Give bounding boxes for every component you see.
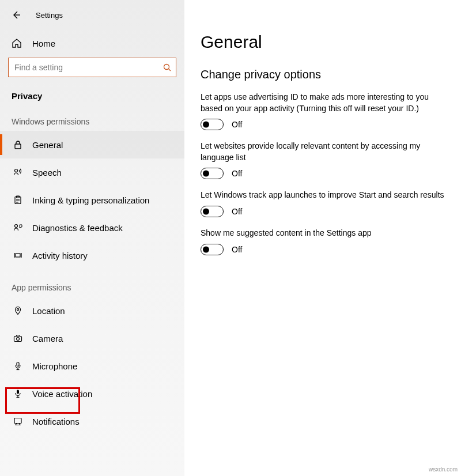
home-button[interactable]: Home bbox=[0, 32, 184, 54]
svg-rect-3 bbox=[15, 144, 21, 149]
section-title: Privacy bbox=[0, 85, 184, 103]
toggle-state-label: Off bbox=[232, 120, 242, 129]
sidebar-item-voice-activation[interactable]: Voice activation bbox=[0, 380, 184, 407]
search-icon bbox=[163, 63, 171, 71]
sidebar-item-label: Camera bbox=[32, 334, 63, 343]
sidebar-item-label: Voice activation bbox=[32, 389, 92, 399]
svg-point-10 bbox=[15, 225, 18, 228]
sidebar-item-microphone[interactable]: Microphone bbox=[0, 352, 184, 380]
arrow-left-icon bbox=[12, 10, 21, 20]
group-windows-permissions: Windows permissions bbox=[0, 103, 184, 131]
sidebar-item-label: Activity history bbox=[32, 251, 88, 260]
sidebar-item-label: Speech bbox=[32, 168, 62, 177]
page-heading: General bbox=[201, 32, 445, 52]
svg-line-2 bbox=[169, 69, 171, 71]
page-subheading: Change privacy options bbox=[201, 68, 445, 81]
back-button[interactable] bbox=[9, 8, 23, 22]
sidebar-item-label: General bbox=[32, 140, 63, 150]
voice-activation-icon bbox=[12, 389, 24, 398]
toggle-language-list[interactable] bbox=[201, 168, 224, 179]
svg-rect-13 bbox=[16, 254, 20, 257]
location-icon bbox=[12, 306, 24, 315]
svg-rect-23 bbox=[14, 418, 21, 424]
sidebar-item-camera[interactable]: Camera bbox=[0, 324, 184, 352]
toggle-suggested-content[interactable] bbox=[201, 244, 224, 255]
sidebar: Settings Home Privacy Windows permission… bbox=[0, 0, 184, 476]
setting-suggested-content: Show me suggested content in the Setting… bbox=[201, 228, 445, 255]
sidebar-item-notifications[interactable]: Notifications bbox=[0, 407, 184, 435]
search-input[interactable] bbox=[13, 62, 163, 73]
sidebar-item-label: Inking & typing personalization bbox=[32, 195, 149, 205]
toggle-advertising-id[interactable] bbox=[201, 119, 224, 130]
lock-icon bbox=[12, 140, 24, 149]
sidebar-item-location[interactable]: Location bbox=[0, 297, 184, 324]
toggle-state-label: Off bbox=[232, 169, 242, 178]
watermark: wsxdn.com bbox=[429, 466, 458, 473]
clipboard-icon bbox=[12, 195, 24, 205]
toggle-state-label: Off bbox=[232, 245, 242, 254]
sidebar-item-label: Location bbox=[32, 306, 65, 316]
svg-point-14 bbox=[17, 308, 18, 310]
setting-language-list: Let websites provide locally relevant co… bbox=[201, 141, 445, 179]
search-box[interactable] bbox=[8, 58, 176, 77]
home-label: Home bbox=[32, 39, 55, 48]
timeline-icon bbox=[12, 251, 24, 260]
sidebar-item-label: Diagnostics & feedback bbox=[32, 223, 123, 233]
app-title: Settings bbox=[36, 11, 63, 20]
titlebar: Settings bbox=[0, 6, 184, 32]
svg-rect-17 bbox=[17, 362, 19, 367]
setting-description: Let websites provide locally relevant co… bbox=[201, 141, 445, 163]
svg-point-4 bbox=[15, 169, 18, 172]
setting-advertising-id: Let apps use advertising ID to make ads … bbox=[201, 92, 445, 130]
svg-rect-15 bbox=[14, 337, 22, 342]
svg-rect-20 bbox=[17, 390, 19, 394]
microphone-icon bbox=[12, 361, 24, 371]
setting-description: Let Windows track app launches to improv… bbox=[201, 190, 445, 201]
notifications-icon bbox=[12, 417, 24, 426]
group-app-permissions: App permissions bbox=[0, 269, 184, 297]
setting-description: Let apps use advertising ID to make ads … bbox=[201, 92, 445, 114]
sidebar-item-general[interactable]: General bbox=[0, 131, 184, 158]
sidebar-item-inking[interactable]: Inking & typing personalization bbox=[0, 186, 184, 214]
toggle-track-launches[interactable] bbox=[201, 206, 224, 217]
main-panel: General Change privacy options Let apps … bbox=[184, 0, 461, 476]
toggle-state-label: Off bbox=[232, 207, 242, 216]
feedback-icon bbox=[12, 223, 24, 232]
setting-track-launches: Let Windows track app launches to improv… bbox=[201, 190, 445, 217]
svg-point-1 bbox=[164, 65, 169, 70]
home-icon bbox=[12, 38, 24, 48]
camera-icon bbox=[12, 334, 24, 343]
sidebar-item-speech[interactable]: Speech bbox=[0, 158, 184, 186]
sidebar-item-activity[interactable]: Activity history bbox=[0, 241, 184, 269]
sidebar-item-diagnostics[interactable]: Diagnostics & feedback bbox=[0, 214, 184, 241]
speech-icon bbox=[12, 168, 24, 177]
setting-description: Show me suggested content in the Setting… bbox=[201, 228, 445, 239]
sidebar-item-label: Notifications bbox=[32, 417, 80, 426]
sidebar-item-label: Microphone bbox=[32, 361, 77, 371]
svg-point-16 bbox=[17, 338, 20, 341]
